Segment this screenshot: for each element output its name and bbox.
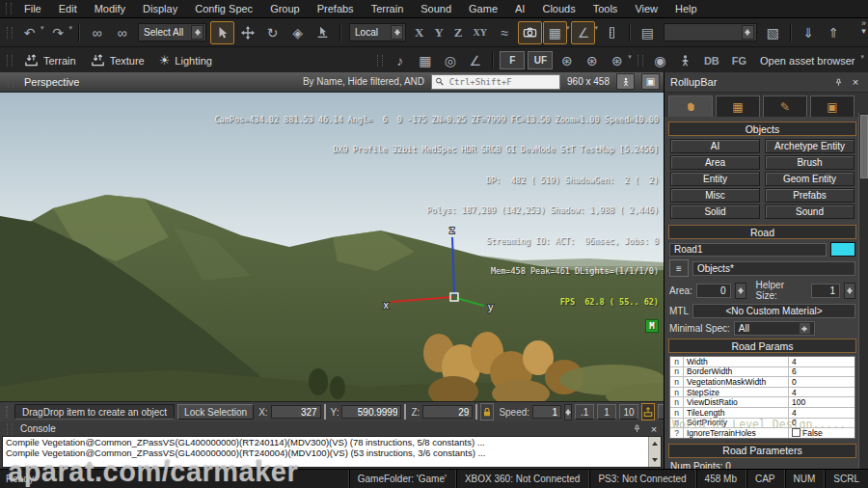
freeze-button[interactable]: F: [500, 51, 525, 69]
open-asset-browser-button[interactable]: Open asset browser: [753, 50, 861, 71]
scale-tool-button[interactable]: ◈: [285, 21, 310, 44]
physics-reset-button[interactable]: ⊛: [605, 49, 629, 72]
lock-selection-button[interactable]: Lock Selection: [177, 404, 254, 420]
rollupbar-header[interactable]: RollupBar ×: [665, 72, 868, 93]
lighting-button[interactable]: ☀ Lighting: [152, 50, 219, 71]
lock-axis-button[interactable]: [480, 403, 494, 420]
layer-import-button[interactable]: ⇑: [822, 21, 846, 44]
caret-down-icon[interactable]: ▾: [860, 53, 864, 61]
table-row[interactable]: n SortPriority 0: [670, 419, 854, 429]
road-section-header[interactable]: Road: [668, 225, 856, 239]
physics-tool-button[interactable]: ⊛: [555, 49, 579, 72]
table-row[interactable]: n TileLength 4: [670, 408, 854, 419]
menu-file[interactable]: File: [15, 2, 50, 15]
console-header[interactable]: Console ×: [0, 421, 664, 436]
caret-down-icon[interactable]: ▾: [594, 24, 598, 32]
object-type-sound-button[interactable]: Sound: [765, 204, 854, 219]
goto-position-button[interactable]: [641, 403, 655, 420]
clear-selection-button[interactable]: ▧: [761, 21, 785, 44]
layer-export-button[interactable]: ⇓: [797, 21, 821, 44]
z-coord-spinner[interactable]: [475, 404, 477, 420]
param-value[interactable]: 100: [789, 397, 854, 407]
menu-terrain[interactable]: Terrain: [363, 2, 413, 15]
unlink-button[interactable]: ∞: [110, 21, 134, 44]
filter-label[interactable]: By Name, Hide filtered, AND: [303, 76, 424, 87]
select-object-tool-button[interactable]: [311, 21, 335, 44]
road-color-swatch[interactable]: [830, 242, 855, 257]
param-value[interactable]: 0: [789, 377, 854, 387]
rollupbar-scrollbar[interactable]: [858, 113, 868, 470]
coord-system-dropdown[interactable]: Local: [349, 23, 406, 41]
speed-preset-1-button[interactable]: 1: [597, 404, 616, 420]
toolbar-overflow[interactable]: » ▾: [861, 19, 866, 35]
table-row[interactable]: n Width 4: [670, 357, 854, 367]
x-coord-spinner[interactable]: [324, 404, 326, 420]
tab-objects[interactable]: [668, 95, 713, 117]
caret-down-icon[interactable]: ▾: [566, 24, 570, 32]
param-value[interactable]: 4: [789, 388, 854, 397]
menu-ai[interactable]: AI: [506, 2, 533, 15]
helper-size-spinner[interactable]: [844, 283, 855, 299]
table-row[interactable]: n VegetationMaskWidth 0: [670, 377, 854, 388]
menu-game[interactable]: Game: [460, 2, 506, 15]
minimal-spec-dropdown[interactable]: All: [734, 321, 815, 336]
road-params-section-header[interactable]: Road Params: [668, 339, 856, 353]
menu-tools[interactable]: Tools: [584, 2, 627, 15]
snap-grid-button[interactable]: ▦: [543, 21, 567, 44]
checkbox-icon[interactable]: [792, 428, 800, 437]
area-field[interactable]: 0: [696, 284, 731, 298]
axis-z-button[interactable]: Z: [449, 25, 468, 41]
object-type-archetype-entity-button[interactable]: Archetype Entity: [765, 139, 854, 153]
close-button[interactable]: ×: [849, 76, 862, 89]
z-coord-field[interactable]: [422, 405, 473, 419]
search-input[interactable]: [448, 76, 556, 88]
caret-down-icon[interactable]: ▾: [628, 53, 632, 61]
viewport-search[interactable]: [431, 74, 560, 90]
tab-display[interactable]: ▣: [810, 95, 854, 117]
speed-field[interactable]: [532, 405, 561, 419]
table-row[interactable]: n ViewDistRatio 100: [670, 397, 854, 408]
axis-xy-button[interactable]: XY: [468, 27, 491, 38]
select-tool-button[interactable]: [210, 21, 234, 44]
y-coord-field[interactable]: [341, 405, 401, 419]
object-type-prefabs-button[interactable]: Prefabs: [765, 188, 854, 203]
road-name-field[interactable]: [669, 243, 827, 257]
speed-spinner[interactable]: [564, 404, 572, 420]
camera-character-button[interactable]: [616, 73, 635, 90]
param-value[interactable]: 6: [789, 366, 854, 376]
table-row[interactable]: n StepSize 4: [670, 388, 854, 398]
menu-sound[interactable]: Sound: [412, 2, 460, 15]
material-grid-button[interactable]: ▦: [413, 49, 437, 72]
axis-x-button[interactable]: X: [410, 25, 428, 41]
viewport-header[interactable]: Perspective By Name, Hide filtered, AND …: [0, 72, 664, 93]
dropdown-spinner-icon[interactable]: [391, 25, 403, 40]
move-tool-button[interactable]: [235, 21, 259, 44]
area-spinner[interactable]: [735, 283, 746, 299]
texture-button[interactable]: Texture: [84, 50, 151, 71]
dropdown-spinner-icon[interactable]: [191, 25, 203, 40]
menu-display[interactable]: Display: [134, 2, 186, 15]
tab-terrain[interactable]: ▦: [716, 95, 760, 117]
character-button[interactable]: [673, 49, 697, 72]
named-selection-button[interactable]: ▤: [636, 21, 660, 44]
dropdown-spinner-icon[interactable]: [742, 25, 754, 40]
objects-section-header[interactable]: Objects: [668, 122, 856, 136]
layer-field[interactable]: Objects*: [692, 261, 855, 276]
pin-button[interactable]: [831, 76, 845, 89]
music-button[interactable]: ♪: [388, 49, 412, 72]
caret-down-icon[interactable]: ▾: [69, 24, 73, 32]
select-mode-dropdown[interactable]: Select All: [138, 23, 206, 41]
param-value-checkbox[interactable]: False: [789, 428, 854, 438]
dropdown-spinner-icon[interactable]: [800, 323, 810, 334]
undo-button[interactable]: ↶: [17, 21, 41, 44]
physics-get-button[interactable]: ⊛: [580, 49, 604, 72]
menu-group[interactable]: Group: [261, 2, 309, 15]
angle-measure-button[interactable]: ∠: [463, 49, 487, 72]
object-type-entity-button[interactable]: Entity: [670, 172, 760, 186]
link-button[interactable]: ∞: [85, 21, 109, 44]
unfreeze-button[interactable]: UF: [528, 51, 553, 69]
ruler-button[interactable]: [600, 21, 624, 44]
y-coord-spinner[interactable]: [404, 404, 406, 420]
layers-button[interactable]: ≡: [669, 259, 689, 277]
snap-angle-button[interactable]: ∠: [571, 21, 595, 44]
